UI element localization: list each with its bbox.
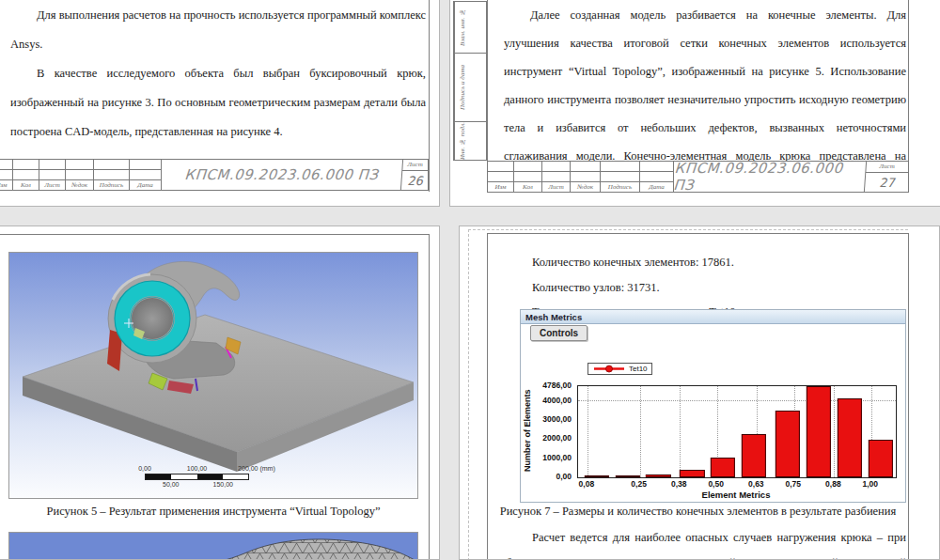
x-tick-label: 0,88 (825, 479, 841, 489)
figure-7-caption: Рисунок 7 – Размеры и количество конечны… (487, 505, 909, 519)
title-block-column: Кол (13, 160, 39, 190)
histogram-bar (615, 475, 639, 477)
sheet-label: Лист (866, 162, 908, 173)
side-cell: Подпись и дата (454, 54, 486, 122)
chart-plot (577, 385, 897, 478)
column-label: Кол (514, 182, 541, 192)
scale-label: 150,00 (213, 481, 233, 488)
scale-bar-bottom-labels: 50,00 150,00 (145, 481, 249, 490)
scale-label: 200,00 (mm) (238, 465, 275, 472)
page-body-paragraph: Расчет ведется для наиболее опасных случ… (506, 525, 906, 560)
title-block: Изм Кол Лист №док Подпись Дата КПСМ.09.2… (0, 159, 429, 191)
y-tick-label: 4000,00 (542, 396, 572, 405)
text-boundary-dashed (468, 229, 469, 560)
histogram-bar (680, 470, 704, 478)
y-tick-label: 0,00 (556, 472, 572, 481)
title-block: Изм Кол Лист №док Подпись Дата КПСМ.09.2… (487, 161, 909, 193)
histogram-bar (742, 434, 766, 477)
x-tick-label: 0,38 (671, 479, 687, 489)
scale-bar-top-labels: 0,00 100,00 200,00 (mm) (145, 465, 249, 474)
paragraph: Для выполнения расчетов на прочность исп… (10, 1, 426, 59)
figure-5-caption: Рисунок 5 – Результат применения инструм… (8, 505, 418, 519)
column-label: Изм (488, 182, 513, 192)
panel-title: Mesh Metrics (525, 312, 582, 322)
scale-label: 100,00 (187, 465, 207, 472)
title-block-column: Лист (542, 162, 571, 192)
frame-left-border (487, 0, 488, 161)
side-cell: Взам. инв. № (454, 2, 486, 54)
frame-top-border (487, 233, 909, 234)
title-block-column: №док (571, 162, 601, 192)
controls-button[interactable]: Controls (530, 325, 588, 341)
side-cell: Инв. № подл. (454, 122, 486, 160)
legend-label: Tet10 (629, 365, 648, 373)
scale-label: 50,00 (163, 481, 180, 488)
plate-top-face (23, 315, 414, 452)
x-tick-label: 0,08 (579, 479, 595, 489)
title-block-column: Дата (130, 160, 162, 190)
column-label: №док (571, 182, 600, 192)
y-tick-label: 4786,00 (542, 381, 572, 390)
y-tick-label: 2000,00 (542, 433, 572, 443)
y-tick-label: 1000,00 (542, 453, 572, 462)
column-label: Дата (130, 180, 161, 190)
legend-marker-icon (592, 365, 626, 373)
title-block-column: Подпись (601, 162, 640, 192)
title-block-column: Лист (39, 160, 66, 190)
doc-code: КПСМ.09.2023.06.000 ПЗ (161, 160, 403, 190)
histogram-bar (807, 386, 831, 477)
histogram-bar (646, 474, 670, 477)
sheet-cell: Лист 26 (402, 160, 428, 190)
mesh-model-render (9, 533, 419, 560)
histogram-bar (838, 398, 862, 478)
histogram-bar (868, 440, 892, 477)
page-26-body: Для выполнения расчетов на прочность исп… (10, 1, 426, 147)
sheet-cell: Лист 27 (866, 162, 908, 192)
scale-label: 0,00 (138, 465, 151, 472)
title-block-column: Подпись (94, 160, 130, 190)
x-tick-label: 1,00 (862, 479, 878, 489)
sheet-number: 27 (866, 173, 908, 192)
column-label: №док (66, 180, 93, 190)
title-block-column: Дата (640, 162, 674, 192)
frame-right-border (429, 0, 430, 192)
stat-line: Количество узлов: 31731. (532, 275, 739, 301)
frame-top-border (0, 234, 430, 235)
page-27: Взам. инв. № Подпись и дата Инв. № подл.… (449, 0, 940, 207)
column-label: Подпись (601, 182, 639, 192)
x-tick-label: 0,25 (631, 479, 647, 489)
doc-code: КПСМ.09.2023.06.000 ПЗ (673, 162, 867, 192)
column-label: Кол (13, 180, 39, 190)
page-figure-5: 0,00 100,00 200,00 (mm) 50,00 150,00 Рис… (0, 226, 440, 560)
x-axis-labels: 0,080,250,380,500,630,750,881,00 (577, 479, 895, 489)
scale-bar-segments (145, 474, 249, 480)
column-label: Лист (39, 180, 65, 190)
frame-side-strip: Взам. инв. № Подпись и дата Инв. № подл. (453, 1, 487, 161)
histogram-bar (585, 475, 609, 477)
x-tick-label: 0,63 (748, 479, 764, 489)
document-view: Для выполнения расчетов на прочность исп… (0, 0, 940, 560)
side-label: Подпись и дата (454, 54, 470, 121)
panel-title-bar: Mesh Metrics (521, 310, 905, 324)
scale-bar: 0,00 100,00 200,00 (mm) 50,00 150,00 (145, 465, 249, 490)
title-block-column: Кол (514, 162, 542, 192)
column-label: Дата (640, 182, 673, 192)
column-label: Лист (542, 182, 570, 192)
paragraph: В качестве исследуемого объекта был выбр… (10, 59, 426, 147)
side-label: Инв. № подл. (454, 122, 470, 160)
y-axis-labels: 0,001000,002000,003000,004000,004786,00 (521, 385, 574, 476)
page-figure-7: Количество конечных элементов: 17861. Ко… (459, 226, 940, 560)
stat-line: Количество конечных элементов: 17861. (532, 250, 739, 275)
title-block-column: №док (66, 160, 94, 190)
x-tick-label: 0,50 (708, 479, 724, 489)
x-axis-title: Element Metrics (577, 490, 895, 500)
page-26: Для выполнения расчетов на прочность исп… (0, 0, 440, 207)
frame-right-border (429, 234, 430, 560)
figure-5-image: 0,00 100,00 200,00 (mm) 50,00 150,00 (8, 252, 418, 499)
sheet-label: Лист (402, 160, 428, 171)
column-label: Изм (0, 180, 12, 190)
mesh-triangles (103, 539, 419, 560)
y-tick-label: 3000,00 (542, 414, 572, 424)
chart-legend: Tet10 (588, 363, 652, 375)
histogram-bar (711, 458, 735, 477)
